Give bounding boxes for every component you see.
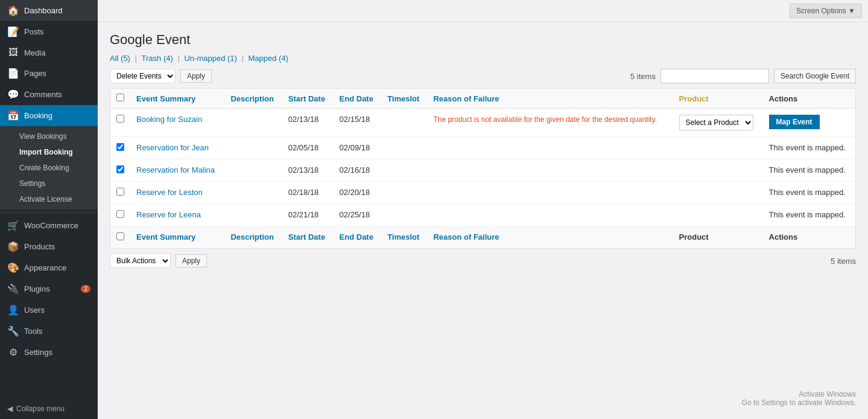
filter-all[interactable]: All (5): [110, 54, 130, 63]
row2-checkbox[interactable]: [116, 143, 124, 151]
row5-event-link[interactable]: Reserve for Leena: [136, 210, 201, 219]
th-checkbox: [110, 89, 131, 109]
row3-product: [673, 159, 763, 182]
th-description[interactable]: Description: [224, 89, 282, 109]
row1-product-dropdown[interactable]: Select a Product: [679, 115, 753, 130]
sidebar-item-tools[interactable]: 🔧 Tools: [0, 321, 98, 342]
row1-event-summary: Booking for Suzain: [130, 109, 224, 137]
plugins-icon: 🔌: [7, 283, 19, 295]
sidebar-item-label: Products: [24, 242, 55, 251]
filter-unmapped[interactable]: Un-mapped (1): [184, 54, 236, 63]
booking-submenu: View Bookings Import Booking Create Book…: [0, 126, 98, 210]
submenu-create-booking[interactable]: Create Booking: [0, 160, 98, 176]
th-event-summary[interactable]: Event Summary: [130, 89, 224, 109]
collapse-menu[interactable]: ◀ Collapse menu: [0, 398, 98, 419]
bulk-actions-select[interactable]: Bulk Actions: [110, 254, 171, 268]
footer-select-all-checkbox[interactable]: [116, 232, 124, 240]
row1-event-link[interactable]: Booking for Suzain: [136, 115, 202, 124]
sidebar-item-booking[interactable]: 📅 Booking: [0, 105, 98, 126]
row5-checkbox[interactable]: [116, 210, 124, 218]
row3-reason: [427, 159, 673, 182]
row2-event-link[interactable]: Reservation for Jean: [136, 143, 209, 152]
sidebar-item-settings[interactable]: ⚙ Settings: [0, 342, 98, 363]
th-timeslot[interactable]: Timeslot: [381, 89, 427, 109]
appearance-icon: 🎨: [7, 262, 19, 273]
row2-product: [673, 137, 763, 159]
filter-trash[interactable]: Trash (4): [142, 54, 173, 63]
row4-end-date: 02/20/18: [334, 182, 382, 204]
sidebar-item-media[interactable]: 🖼 Media: [0, 42, 98, 63]
row3-checkbox[interactable]: [116, 165, 124, 173]
media-icon: 🖼: [7, 47, 19, 58]
sidebar-item-comments[interactable]: 💬 Comments: [0, 84, 98, 105]
sidebar-item-appearance[interactable]: 🎨 Appearance: [0, 257, 98, 278]
collapse-icon: ◀: [7, 405, 13, 413]
row3-event-summary: Reservation for Malina: [130, 159, 224, 182]
sidebar-item-label: Booking: [24, 111, 52, 120]
row2-checkbox-cell: [110, 137, 131, 159]
th-reason-of-failure[interactable]: Reason of Failure: [427, 89, 673, 109]
row2-actions: This event is mapped.: [763, 137, 856, 159]
select-all-checkbox[interactable]: [116, 94, 124, 101]
row3-end-date: 02/16/18: [334, 159, 382, 182]
sidebar-item-woocommerce[interactable]: 🛒 WooCommerce: [0, 215, 98, 236]
row5-product: [673, 204, 763, 226]
screen-options-button[interactable]: Screen Options ▼: [790, 4, 862, 18]
row4-checkbox-cell: [110, 182, 131, 204]
apply-top-button[interactable]: Apply: [180, 69, 212, 83]
footer-th-description[interactable]: Description: [224, 226, 282, 249]
row5-mapped-text: This event is mapped.: [769, 210, 846, 219]
tools-icon: 🔧: [7, 325, 19, 337]
comments-icon: 💬: [7, 89, 19, 100]
row1-reason: The product is not available for the giv…: [427, 109, 673, 137]
sidebar-item-label: WooCommerce: [24, 221, 78, 230]
row4-checkbox[interactable]: [116, 188, 124, 196]
th-end-date[interactable]: End Date: [334, 89, 382, 109]
delete-events-select[interactable]: Delete Events: [110, 69, 176, 83]
filter-mapped[interactable]: Mapped (4): [249, 54, 288, 63]
search-input[interactable]: [661, 69, 769, 83]
sidebar-item-label: Pages: [24, 69, 46, 78]
row2-start-date: 02/05/18: [282, 137, 334, 159]
footer-th-event-summary[interactable]: Event Summary: [130, 226, 224, 249]
footer-th-end-date[interactable]: End Date: [334, 226, 382, 249]
sidebar-item-label: Comments: [24, 90, 62, 99]
th-start-date[interactable]: Start Date: [282, 89, 334, 109]
row1-description: [224, 109, 282, 137]
row1-start-date: 02/13/18: [282, 109, 334, 137]
row1-end-date: 02/15/18: [334, 109, 382, 137]
footer-th-reason[interactable]: Reason of Failure: [427, 226, 673, 249]
th-actions: Actions: [763, 89, 856, 109]
th-product: Product: [673, 89, 763, 109]
sidebar-item-pages[interactable]: 📄 Pages: [0, 63, 98, 84]
sidebar-item-posts[interactable]: 📝 Posts: [0, 21, 98, 42]
sidebar-item-products[interactable]: 📦 Products: [0, 236, 98, 257]
row3-event-link[interactable]: Reservation for Malina: [136, 165, 215, 174]
sidebar-item-dashboard[interactable]: 🏠 Dashboard: [0, 0, 98, 21]
table-row: Reservation for Malina 02/13/18 02/16/18…: [110, 159, 856, 182]
apply-bottom-button[interactable]: Apply: [176, 254, 207, 267]
table-footer-header-row: Event Summary Description Start Date End…: [110, 226, 856, 249]
sidebar-item-plugins[interactable]: 🔌 Plugins 2: [0, 278, 98, 299]
search-button[interactable]: Search Google Event: [774, 69, 856, 83]
submenu-activate-license[interactable]: Activate License: [0, 191, 98, 207]
footer-th-timeslot[interactable]: Timeslot: [381, 226, 427, 249]
sidebar-item-users[interactable]: 👤 Users: [0, 299, 98, 321]
row1-product-select-wrap: Select a Product: [679, 115, 757, 130]
footer-th-start-date[interactable]: Start Date: [282, 226, 334, 249]
row4-event-link[interactable]: Reserve for Leston: [136, 188, 203, 197]
row2-end-date: 02/09/18: [334, 137, 382, 159]
row4-reason: [427, 182, 673, 204]
row4-start-date: 02/18/18: [282, 182, 334, 204]
submenu-view-bookings[interactable]: View Bookings: [0, 129, 98, 144]
row4-actions: This event is mapped.: [763, 182, 856, 204]
submenu-settings[interactable]: Settings: [0, 176, 98, 191]
row5-description: [224, 204, 282, 226]
row1-checkbox[interactable]: [116, 115, 124, 123]
row3-checkbox-cell: [110, 159, 131, 182]
users-icon: 👤: [7, 304, 19, 316]
row1-map-event-button[interactable]: Map Event: [769, 115, 820, 129]
row4-event-summary: Reserve for Leston: [130, 182, 224, 204]
sidebar-divider-1: [0, 212, 98, 213]
submenu-import-booking[interactable]: Import Booking: [0, 144, 98, 160]
